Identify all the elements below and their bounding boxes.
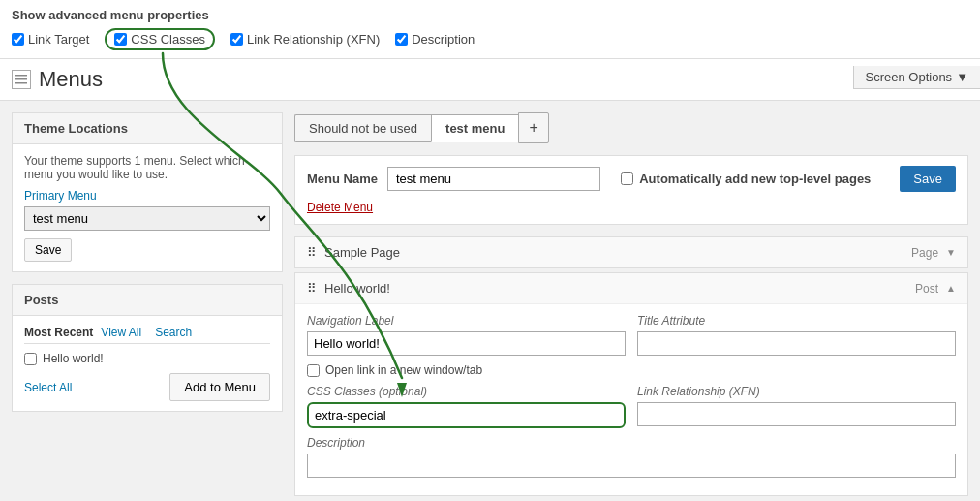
chevron-down-icon: ▼ — [946, 247, 956, 258]
posts-list-item[interactable]: Hello world! — [24, 352, 270, 365]
menu-item-hello-world-left: ⠿ Hello world! — [307, 281, 390, 296]
posts-footer: Select All Add to Menu — [24, 373, 270, 401]
posts-section: Posts Most Recent View All Search Hello … — [12, 284, 283, 412]
screen-options-button[interactable]: Screen Options ▼ — [853, 66, 980, 89]
link-rel-checkbox[interactable] — [230, 33, 243, 46]
nav-label-title-attr-row: Navigation Label Title Attribute — [307, 314, 956, 356]
menu-item-hello-world-header[interactable]: ⠿ Hello world! Post ▲ — [295, 273, 967, 303]
page-header: Menus — [0, 59, 980, 101]
select-all-link[interactable]: Select All — [24, 381, 72, 394]
css-classes-col: CSS Classes (optional) — [307, 385, 626, 428]
menu-item-sample-page-right: Page ▼ — [911, 246, 956, 260]
open-new-window-label: Open link in a new window/tab — [325, 363, 482, 377]
svg-rect-1 — [15, 78, 27, 80]
css-classes-input[interactable] — [309, 404, 624, 426]
menu-settings: Menu Name Automatically add new top-leve… — [294, 155, 968, 225]
posts-tab-view-all[interactable]: View All — [101, 326, 141, 339]
css-classes-label: CSS Classes — [131, 32, 205, 47]
description-col: Description — [307, 436, 956, 478]
drag-handle-icon: ⠿ — [307, 245, 317, 260]
menu-name-label: Menu Name — [307, 172, 378, 186]
nav-label-input[interactable] — [307, 331, 626, 356]
svg-rect-0 — [15, 75, 27, 77]
open-new-window-checkbox[interactable] — [307, 364, 320, 377]
posts-heading[interactable]: Posts — [13, 285, 282, 316]
title-attr-field-label: Title Attribute — [637, 314, 956, 328]
link-rel-checkbox-label[interactable]: Link Relationship (XFN) — [230, 32, 380, 47]
nav-label-col: Navigation Label — [307, 314, 626, 356]
menu-tabs: Should not be used test menu + — [294, 112, 968, 143]
svg-rect-2 — [15, 82, 27, 84]
advanced-options-bar: Show advanced menu properties Link Targe… — [0, 0, 980, 59]
link-rel-label: Link Relationship (XFN) — [247, 32, 380, 47]
posts-tab-most-recent[interactable]: Most Recent — [24, 326, 93, 339]
menu-item-hello-world-label: Hello world! — [324, 281, 390, 296]
css-classes-checkbox[interactable] — [114, 33, 127, 46]
screen-options-arrow-icon: ▼ — [956, 70, 968, 84]
primary-menu-label: Primary Menu — [24, 189, 270, 203]
auto-add-label: Automatically add new top-level pages — [639, 172, 871, 186]
drag-handle-icon-2: ⠿ — [307, 281, 317, 296]
sidebar: Theme Locations Your theme supports 1 me… — [12, 112, 283, 500]
chevron-up-icon: ▲ — [946, 283, 956, 294]
link-rel-input[interactable] — [637, 402, 956, 426]
open-new-window-row: Open link in a new window/tab — [307, 363, 956, 377]
menu-name-row: Menu Name Automatically add new top-leve… — [307, 166, 956, 192]
delete-menu-link[interactable]: Delete Menu — [307, 201, 373, 214]
menu-item-sample-page-type: Page — [911, 246, 938, 260]
description-field-label: Description — [307, 436, 956, 450]
hello-world-label: Hello world! — [43, 352, 104, 365]
screen-options-label: Screen Options — [866, 70, 953, 84]
nav-label-field-label: Navigation Label — [307, 314, 626, 328]
menu-name-input[interactable] — [387, 167, 600, 191]
link-target-label: Link Target — [28, 32, 89, 47]
theme-locations-section: Theme Locations Your theme supports 1 me… — [12, 112, 283, 272]
menu-item-sample-page-left: ⠿ Sample Page — [307, 245, 400, 260]
main-container: Theme Locations Your theme supports 1 me… — [0, 101, 980, 501]
primary-menu-select[interactable]: test menu — [24, 206, 270, 231]
theme-locations-save-button[interactable]: Save — [24, 238, 72, 262]
advanced-checkboxes: Link Target CSS Classes Link Relationshi… — [12, 28, 968, 50]
link-rel-col: Link Relationship (XFN) — [637, 385, 956, 428]
tab-test-menu-label: test menu — [445, 121, 505, 136]
link-target-checkbox[interactable] — [12, 33, 24, 46]
page-title: Menus — [39, 67, 103, 92]
description-checkbox-label[interactable]: Description — [395, 32, 475, 47]
description-row: Description — [307, 436, 956, 478]
description-label: Description — [412, 32, 475, 47]
auto-add-checkbox[interactable] — [621, 172, 633, 185]
menu-item-sample-page-header[interactable]: ⠿ Sample Page Page ▼ — [295, 237, 967, 267]
menu-item-hello-world-right: Post ▲ — [915, 282, 956, 296]
title-attr-input[interactable] — [637, 331, 956, 356]
tab-should-not-be-used[interactable]: Should not be used — [294, 114, 431, 142]
description-input[interactable] — [307, 454, 956, 478]
posts-tabs: Most Recent View All Search — [24, 326, 270, 344]
tab-should-not-be-used-label: Should not be used — [309, 121, 417, 136]
css-link-rel-row: CSS Classes (optional) Link Relationship… — [307, 385, 956, 428]
theme-locations-description: Your theme supports 1 menu. Select which… — [24, 154, 270, 181]
posts-list: Hello world! — [24, 352, 270, 365]
css-classes-checkbox-label[interactable]: CSS Classes — [105, 28, 215, 50]
posts-tab-search[interactable]: Search — [155, 326, 192, 339]
menu-items-list: ⠿ Sample Page Page ▼ ⠿ Hello — [294, 236, 968, 496]
link-rel-field-label: Link Relationship (XFN) — [637, 385, 956, 398]
menu-item-sample-page: ⠿ Sample Page Page ▼ — [294, 236, 968, 268]
add-to-menu-button[interactable]: Add to Menu — [169, 373, 270, 401]
hello-world-checkbox[interactable] — [24, 353, 37, 365]
show-advanced-label: Show advanced menu properties — [12, 8, 968, 22]
add-tab-button[interactable]: + — [518, 112, 548, 143]
link-target-checkbox-label[interactable]: Link Target — [12, 32, 89, 47]
tab-test-menu[interactable]: test menu — [431, 114, 518, 142]
auto-add-row: Automatically add new top-level pages — [621, 172, 871, 186]
menu-item-hello-world-type: Post — [915, 282, 938, 296]
main-content: Should not be used test menu + Menu Name… — [294, 112, 968, 500]
css-classes-field-label: CSS Classes (optional) — [307, 385, 626, 398]
description-checkbox[interactable] — [395, 33, 408, 46]
menus-icon — [12, 70, 31, 89]
save-menu-button[interactable]: Save — [900, 166, 956, 192]
title-attr-col: Title Attribute — [637, 314, 956, 356]
posts-content: Most Recent View All Search Hello world!… — [13, 316, 282, 411]
theme-locations-content: Your theme supports 1 menu. Select which… — [13, 144, 282, 271]
menu-item-sample-page-label: Sample Page — [324, 245, 400, 260]
theme-locations-heading[interactable]: Theme Locations — [13, 113, 282, 144]
